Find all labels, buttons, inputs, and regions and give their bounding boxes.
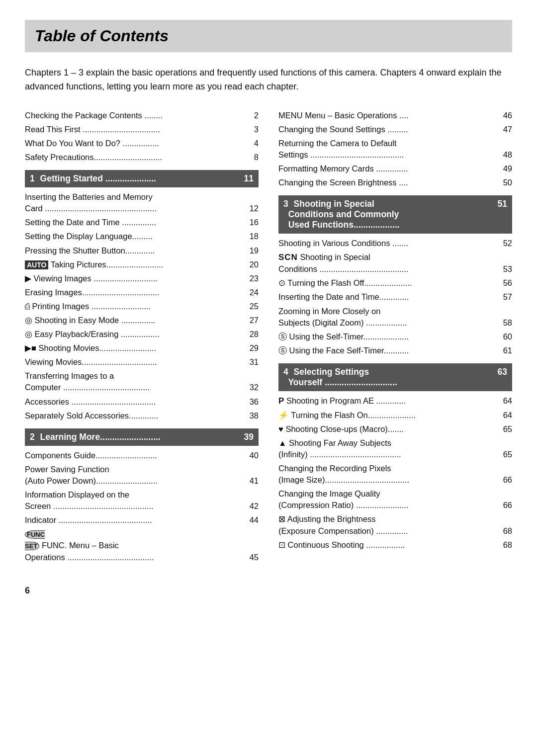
list-item: ◎ Easy Playback/Erasing ................… <box>25 329 259 340</box>
page-number-footer: 6 <box>25 586 512 596</box>
list-item: ⓢ Using the Face Self-Timer........... 6… <box>278 345 512 356</box>
section4-items: P Shooting in Program AE ............. 6… <box>278 395 512 551</box>
section2-items: Components Guide........................… <box>25 450 259 563</box>
section1-items: Inserting the Batteries and MemoryCard .… <box>25 191 259 421</box>
toc-right-column: MENU Menu – Basic Operations .... 46 Cha… <box>278 110 512 553</box>
list-item: Separately Sold Accessories.............… <box>25 410 259 421</box>
list-item: Read This First ........................… <box>25 124 259 135</box>
toc-body: Checking the Package Contents ........ 2… <box>25 110 512 566</box>
list-item: Information Displayed on theScreen .....… <box>25 489 259 512</box>
list-item: Components Guide........................… <box>25 450 259 461</box>
list-item: ⎙ Printing Images ......................… <box>25 301 259 312</box>
toc-left-column: Checking the Package Contents ........ 2… <box>25 110 259 566</box>
intro-text: Chapters 1 – 3 explain the basic operati… <box>25 66 512 94</box>
section1-header: 1 Getting Started ..................... … <box>25 170 259 187</box>
list-item: Pressing the Shutter Button.............… <box>25 245 259 256</box>
list-item: FUNCSET FUNC. Menu – BasicOperations ...… <box>25 528 259 563</box>
list-item: Power Saving Function(Auto Power Down)..… <box>25 464 259 487</box>
list-item: What Do You Want to Do? ................… <box>25 138 259 149</box>
list-item: Changing the Recording Pixels(Image Size… <box>278 463 512 486</box>
list-item: Shooting in Various Conditions ....... 5… <box>278 238 512 249</box>
list-item: Changing the Image Quality(Compression R… <box>278 488 512 511</box>
list-item: Formatting Memory Cards .............. 4… <box>278 163 512 174</box>
list-item: Zooming in More Closely onSubjects (Digi… <box>278 306 512 329</box>
list-item: Setting the Display Language......... 18 <box>25 231 259 242</box>
list-item: Transferring Images to aComputer .......… <box>25 370 259 393</box>
list-item: ▲ Shooting Far Away Subjects(Infinity) .… <box>278 437 512 460</box>
section3-items: Shooting in Various Conditions ....... 5… <box>278 238 512 356</box>
list-item: MENU Menu – Basic Operations .... 46 <box>278 110 512 121</box>
list-item: ⊙ Turning the Flash Off.................… <box>278 277 512 289</box>
list-item: Checking the Package Contents ........ 2 <box>25 110 259 121</box>
list-item: ⊠ Adjusting the Brightness(Exposure Comp… <box>278 513 512 536</box>
list-item: Changing the Sound Settings ......... 47 <box>278 124 512 135</box>
list-item: SCN Shooting in SpecialConditions ......… <box>278 252 512 275</box>
title-box: Table of Contents <box>25 20 512 52</box>
section3-header: 3 Shooting in Special Conditions and Com… <box>278 195 512 234</box>
right-prelim-items: MENU Menu – Basic Operations .... 46 Cha… <box>278 110 512 189</box>
section4-header: 4 Selecting Settings Yourself ..........… <box>278 363 512 391</box>
list-item: ⊡ Continuous Shooting ................. … <box>278 539 512 551</box>
list-item: ▶ Viewing Images .......................… <box>25 273 259 284</box>
list-item: Changing the Screen Brightness .... 50 <box>278 177 512 188</box>
list-item: Accessories ............................… <box>25 396 259 408</box>
list-item: ♥ Shooting Close-ups (Macro)....... 65 <box>278 423 512 435</box>
prelim-list: Checking the Package Contents ........ 2… <box>25 110 259 163</box>
list-item: P Shooting in Program AE ............. 6… <box>278 395 512 407</box>
list-item: AUTO Taking Pictures....................… <box>25 259 259 270</box>
list-item: Returning the Camera to DefaultSettings … <box>278 138 512 161</box>
list-item: ⚡ Turning the Flash On..................… <box>278 410 512 421</box>
list-item: Safety Precautions......................… <box>25 152 259 163</box>
list-item: ⓢ Using the Self-Timer..................… <box>278 331 512 342</box>
list-item: Erasing Images..........................… <box>25 287 259 298</box>
list-item: Viewing Movies..........................… <box>25 356 259 368</box>
list-item: Indicator ..............................… <box>25 514 259 526</box>
section2-header: 2 Learning More.........................… <box>25 428 259 446</box>
page-title: Table of Contents <box>35 27 502 45</box>
list-item: ◎ Shooting in Easy Mode ............... … <box>25 315 259 326</box>
list-item: Setting the Date and Time ..............… <box>25 217 259 228</box>
list-item: Inserting the Date and Time.............… <box>278 291 512 303</box>
list-item: Inserting the Batteries and MemoryCard .… <box>25 191 259 214</box>
list-item: ▶■ Shooting Movies......................… <box>25 342 259 354</box>
